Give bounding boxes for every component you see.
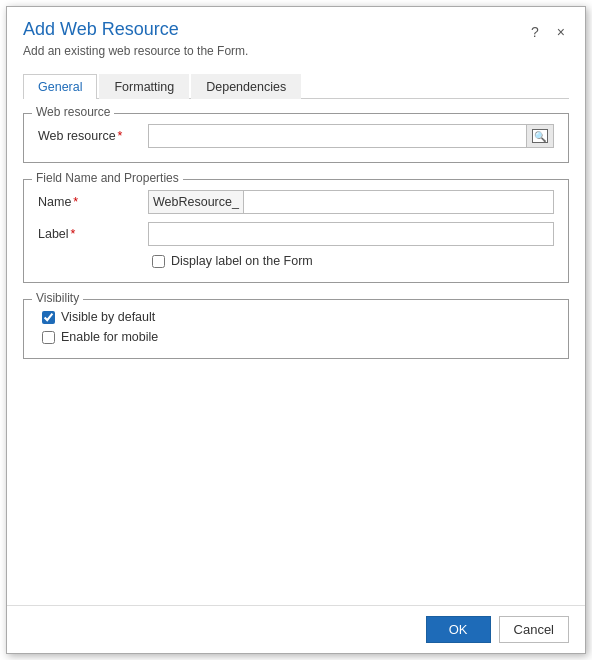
label-input[interactable]	[148, 222, 554, 246]
name-field-row: Name* WebResource_	[38, 190, 554, 214]
name-required-star: *	[73, 195, 78, 209]
web-resource-input-container	[148, 124, 554, 148]
dialog-subtitle: Add an existing web resource to the Form…	[23, 44, 248, 58]
dialog-header-controls: ? ×	[527, 19, 569, 41]
web-resource-label: Web resource*	[38, 129, 148, 143]
name-field-wrap: WebResource_	[148, 190, 554, 214]
dialog-title-area: Add Web Resource Add an existing web res…	[23, 19, 248, 58]
display-label-row: Display label on the Form	[38, 254, 554, 268]
enable-for-mobile-row: Enable for mobile	[38, 330, 554, 344]
web-resource-lookup-button[interactable]	[526, 124, 554, 148]
dialog-header: Add Web Resource Add an existing web res…	[7, 7, 585, 64]
web-resource-section: Web resource Web resource*	[23, 113, 569, 163]
dialog-body: General Formatting Dependencies Web reso…	[7, 64, 585, 605]
tab-formatting[interactable]: Formatting	[99, 74, 189, 99]
dialog-footer: OK Cancel	[7, 605, 585, 653]
visible-by-default-label[interactable]: Visible by default	[61, 310, 155, 324]
tabs-bar: General Formatting Dependencies	[23, 74, 569, 99]
label-required-star: *	[71, 227, 76, 241]
web-resource-required-star: *	[118, 129, 123, 143]
help-button[interactable]: ?	[527, 23, 543, 41]
label-field-label: Label*	[38, 227, 148, 241]
tab-general[interactable]: General	[23, 74, 97, 99]
visible-by-default-row: Visible by default	[38, 310, 554, 324]
enable-for-mobile-label[interactable]: Enable for mobile	[61, 330, 158, 344]
enable-for-mobile-checkbox[interactable]	[42, 331, 55, 344]
name-input[interactable]	[243, 190, 554, 214]
visibility-section: Visibility Visible by default Enable for…	[23, 299, 569, 359]
ok-button[interactable]: OK	[426, 616, 491, 643]
display-label-checkbox-row: Display label on the Form	[148, 254, 313, 268]
web-resource-field-row: Web resource*	[38, 124, 554, 148]
add-web-resource-dialog: Add Web Resource Add an existing web res…	[6, 6, 586, 654]
close-button[interactable]: ×	[553, 23, 569, 41]
visible-by-default-checkbox[interactable]	[42, 311, 55, 324]
display-label-checkbox[interactable]	[152, 255, 165, 268]
field-name-section: Field Name and Properties Name* WebResou…	[23, 179, 569, 283]
cancel-button[interactable]: Cancel	[499, 616, 569, 643]
display-label-checkbox-label[interactable]: Display label on the Form	[171, 254, 313, 268]
name-prefix: WebResource_	[148, 190, 243, 214]
name-field-input: WebResource_	[148, 190, 554, 214]
web-resource-input[interactable]	[148, 124, 526, 148]
lookup-icon	[532, 129, 548, 143]
label-field-row: Label*	[38, 222, 554, 246]
web-resource-input-wrap	[148, 124, 554, 148]
field-name-legend: Field Name and Properties	[32, 171, 183, 185]
label-field-input	[148, 222, 554, 246]
visibility-legend: Visibility	[32, 291, 83, 305]
web-resource-legend: Web resource	[32, 105, 114, 119]
dialog-title: Add Web Resource	[23, 19, 248, 40]
name-label: Name*	[38, 195, 148, 209]
tab-dependencies[interactable]: Dependencies	[191, 74, 301, 99]
